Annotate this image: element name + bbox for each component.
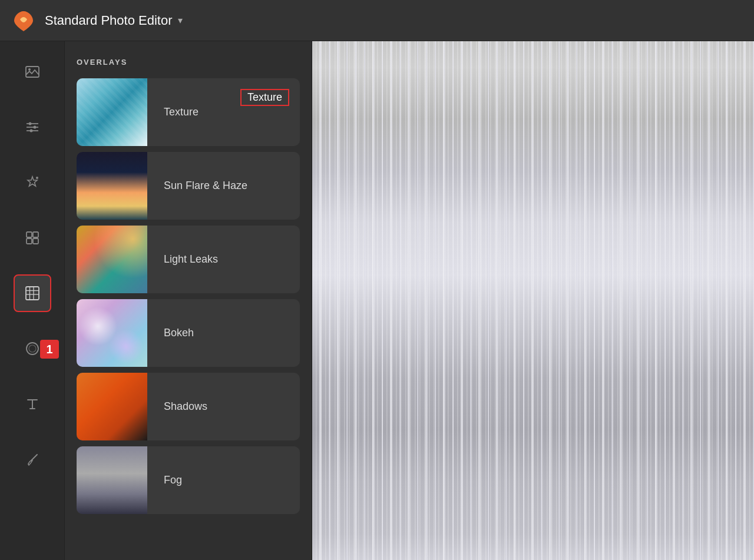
overlay-thumbnail-bokeh [77, 299, 147, 367]
svg-rect-9 [27, 232, 32, 237]
overlay-label-sun-flare: Sun Flare & Haze [147, 180, 247, 192]
overlay-list: Texture Texture 2 Sun Flare & Haze [77, 78, 300, 514]
overlay-thumbnail-fog [77, 446, 147, 514]
sidebar-item-overlays[interactable] [14, 274, 51, 312]
svg-point-19 [29, 345, 36, 352]
sidebar-item-brush[interactable] [14, 440, 51, 478]
sidebar-item-adjustments[interactable] [14, 108, 51, 146]
canvas-area [312, 41, 754, 560]
overlay-item-fog[interactable]: Fog [77, 446, 300, 514]
svg-rect-12 [33, 238, 38, 244]
overlay-item-shadows[interactable]: Shadows [77, 373, 300, 440]
panel-section-title: OVERLAYS [77, 58, 300, 67]
svg-point-8 [36, 177, 38, 179]
svg-point-6 [33, 126, 36, 129]
canvas-image [312, 41, 754, 560]
overlay-thumbnail-texture [77, 78, 147, 146]
svg-point-1 [28, 68, 31, 71]
app-logo[interactable] [12, 9, 35, 32]
overlays-panel: OVERLAYS Texture Texture 2 Su [65, 41, 312, 560]
sidebar [0, 41, 65, 560]
overlay-item-texture[interactable]: Texture Texture 2 [77, 78, 300, 146]
svg-point-7 [29, 130, 32, 132]
overlay-item-light-leaks[interactable]: Light Leaks [77, 226, 300, 293]
header-title-area: Standard Photo Editor ▾ [45, 13, 183, 28]
app-title: Standard Photo Editor [45, 13, 172, 28]
svg-point-5 [28, 122, 31, 125]
app-header: Standard Photo Editor ▾ [0, 0, 754, 41]
texture-annotation-label: Texture [247, 91, 282, 103]
overlay-thumbnail-sun-flare [77, 152, 147, 220]
annotation-badge-1: 1 [40, 340, 59, 359]
svg-rect-13 [26, 287, 39, 300]
svg-rect-10 [33, 232, 38, 237]
sidebar-item-templates[interactable] [14, 219, 51, 257]
overlay-item-sun-flare[interactable]: Sun Flare & Haze [77, 152, 300, 220]
overlay-label-shadows: Shadows [147, 400, 207, 413]
overlay-thumbnail-shadows [77, 373, 147, 440]
main-area: OVERLAYS Texture Texture 2 Su [0, 41, 754, 560]
svg-point-18 [27, 343, 38, 354]
overlay-label-texture: Texture [147, 106, 199, 118]
overlay-thumbnail-light-leaks [77, 226, 147, 293]
sidebar-item-photos[interactable] [14, 53, 51, 91]
sidebar-item-text[interactable] [14, 385, 51, 423]
sidebar-item-ai-tools[interactable] [14, 164, 51, 201]
overlay-label-bokeh: Bokeh [147, 327, 194, 339]
overlay-label-light-leaks: Light Leaks [147, 253, 218, 266]
overlay-label-fog: Fog [147, 474, 182, 486]
svg-line-20 [31, 455, 37, 460]
svg-rect-11 [27, 238, 32, 244]
title-dropdown-icon[interactable]: ▾ [178, 15, 183, 26]
overlay-item-bokeh[interactable]: Bokeh [77, 299, 300, 367]
